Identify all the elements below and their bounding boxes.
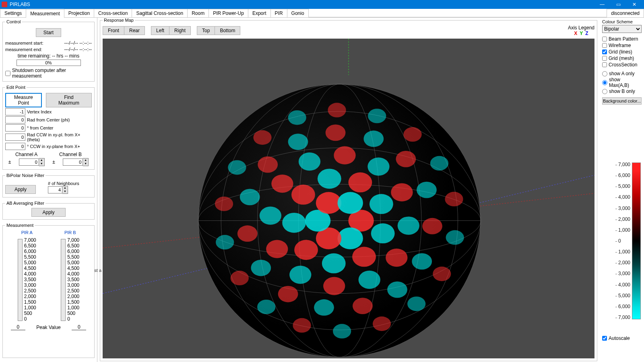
theta-label: Rad CCW in xy-pl. from X+ (theta) xyxy=(27,132,92,142)
control-group: Control Start measurement start:---/--/-… xyxy=(2,19,95,82)
svg-point-60 xyxy=(215,197,233,211)
svg-point-44 xyxy=(237,225,258,242)
view-front-button[interactable]: Front xyxy=(103,26,124,35)
3d-viewer[interactable] xyxy=(103,39,594,358)
tab-measurement[interactable]: Measurement xyxy=(26,9,64,18)
tab-gonio[interactable]: Gonio xyxy=(287,9,309,17)
svg-point-64 xyxy=(328,103,346,117)
noise-apply-button[interactable]: Apply xyxy=(5,185,36,194)
view-top-button[interactable]: Top xyxy=(197,26,215,35)
wireframe-label: Wireframe xyxy=(609,43,631,48)
neighbours-label: # of Neighbours xyxy=(48,181,79,186)
neighbours-spinner[interactable]: ▲▼ xyxy=(62,186,68,194)
grid-mesh-label: Grid (mesh) xyxy=(609,56,634,61)
svg-point-24 xyxy=(318,169,341,189)
grid-mesh-checkbox[interactable] xyxy=(602,56,607,61)
vertex-index-input[interactable] xyxy=(5,108,25,115)
channel-a-input[interactable] xyxy=(19,158,39,166)
svg-point-20 xyxy=(322,253,346,274)
time-remaining-label: time remaining: -- hrs -- mins xyxy=(18,53,79,59)
show-max-label: show Max(A,B) xyxy=(609,77,642,88)
view-left-button[interactable]: Left xyxy=(151,26,169,35)
measure-point-button[interactable]: Measure Point xyxy=(5,93,42,107)
meas-start-label: measurement start: xyxy=(5,41,43,45)
neighbours-input[interactable] xyxy=(48,186,62,193)
svg-point-34 xyxy=(299,152,320,171)
avg-apply-button[interactable]: Apply xyxy=(31,208,65,217)
wireframe-checkbox[interactable] xyxy=(602,43,607,48)
svg-point-50 xyxy=(396,151,416,167)
svg-point-22 xyxy=(282,213,306,233)
channel-b-input[interactable] xyxy=(63,158,83,166)
app-title: PIRLABS xyxy=(10,2,594,7)
svg-point-43 xyxy=(251,260,271,276)
svg-point-28 xyxy=(359,271,380,289)
svg-point-21 xyxy=(294,240,318,260)
svg-point-29 xyxy=(323,277,345,295)
svg-point-32 xyxy=(260,207,281,225)
show-b-radio[interactable] xyxy=(602,89,607,94)
svg-point-45 xyxy=(240,189,260,205)
svg-point-71 xyxy=(407,296,425,311)
svg-point-35 xyxy=(334,146,355,165)
colour-scheme-select[interactable]: Bipolar xyxy=(602,25,642,33)
view-bottom-button[interactable]: Bottom xyxy=(215,26,240,35)
maximize-button[interactable]: ▭ xyxy=(610,0,626,9)
view-rear-button[interactable]: Rear xyxy=(124,26,145,35)
svg-point-18 xyxy=(371,223,395,243)
svg-point-23 xyxy=(291,185,315,205)
background-color-button[interactable]: Background color... xyxy=(602,97,642,105)
grid-lines-label: Grid (lines) xyxy=(609,49,632,55)
tab-pir-powerup[interactable]: PIR Power-Up xyxy=(208,9,248,17)
axis-z: Z xyxy=(585,31,588,36)
svg-point-25 xyxy=(349,173,372,193)
peak-a-value: 0 xyxy=(11,324,25,330)
title-bar: PIRLABS — ▭ ✕ xyxy=(0,0,644,9)
measurement-group: Measurement PIR A 7,0006,5006,0005,5005,… xyxy=(2,223,95,358)
phi-input[interactable] xyxy=(5,116,25,123)
show-a-radio[interactable] xyxy=(602,71,607,76)
view-right-button[interactable]: Right xyxy=(169,26,191,35)
tab-settings[interactable]: Settings xyxy=(0,9,26,17)
phi-label: Rad from Center (phi) xyxy=(27,117,70,122)
deg-center-label: ° from Center xyxy=(27,125,54,130)
tab-sagittal[interactable]: Sagittal Cross-section xyxy=(132,9,188,17)
tab-export[interactable]: Export xyxy=(248,9,271,17)
deg-center-input[interactable] xyxy=(5,124,25,132)
shutdown-checkbox[interactable] xyxy=(5,71,10,76)
close-button[interactable]: ✕ xyxy=(626,0,642,9)
svg-point-42 xyxy=(278,286,298,302)
control-legend: Control xyxy=(5,19,22,24)
tab-projection[interactable]: Projection xyxy=(64,9,94,17)
svg-point-61 xyxy=(228,160,246,175)
tab-room[interactable]: Room xyxy=(187,9,209,17)
svg-point-56 xyxy=(293,318,311,333)
thetadeg-input[interactable] xyxy=(5,143,25,150)
left-panel: Control Start measurement start:---/--/-… xyxy=(0,18,97,362)
tab-cross-section[interactable]: Cross-section xyxy=(94,9,132,17)
meas-end-value: ---/--/-- --:--:-- xyxy=(64,47,92,52)
autoscale-checkbox[interactable] xyxy=(602,336,607,341)
svg-point-48 xyxy=(326,124,346,141)
svg-point-26 xyxy=(369,194,393,214)
svg-point-49 xyxy=(363,131,384,147)
grid-lines-checkbox[interactable] xyxy=(602,49,607,54)
channel-a-spinner[interactable]: ▲▼ xyxy=(39,158,45,166)
svg-point-37 xyxy=(391,183,413,202)
svg-point-33 xyxy=(271,175,293,193)
beam-pattern-checkbox[interactable] xyxy=(602,37,607,41)
show-max-radio[interactable] xyxy=(602,80,607,85)
svg-point-63 xyxy=(288,110,306,125)
right-panel: Colour Scheme Bipolar Beam Pattern Wiref… xyxy=(600,18,644,362)
pir-b-header: PIR B xyxy=(64,230,76,235)
start-button[interactable]: Start xyxy=(36,28,61,37)
cross-section-checkbox[interactable] xyxy=(602,62,607,67)
channel-b-spinner[interactable]: ▲▼ xyxy=(83,158,89,166)
meas-end-label: measurement end: xyxy=(5,47,42,52)
meas-start-value: ---/--/-- --:--:-- xyxy=(64,40,92,46)
theta-input[interactable] xyxy=(5,134,25,141)
peak-label: Peak Value xyxy=(36,325,61,330)
minimize-button[interactable]: — xyxy=(594,0,610,9)
find-maximum-button[interactable]: Find Maximum xyxy=(46,93,92,107)
tab-pir[interactable]: PIR xyxy=(270,9,287,17)
